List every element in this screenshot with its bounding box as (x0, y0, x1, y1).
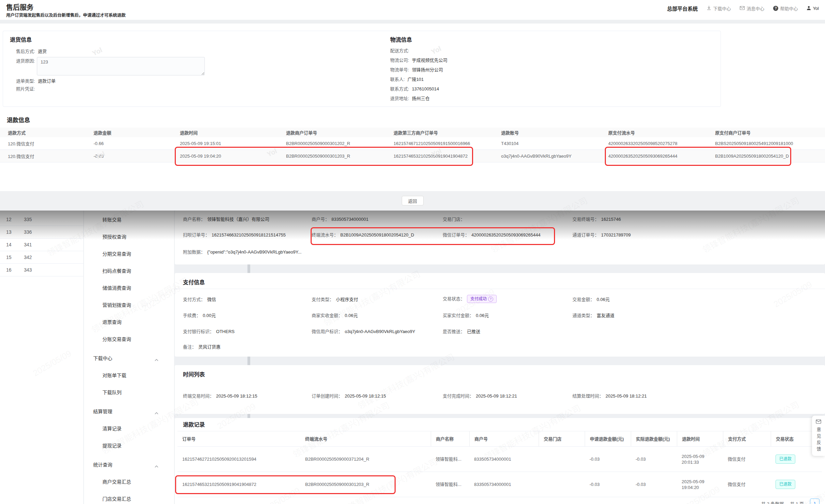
page-number-button[interactable]: 1 (810, 499, 820, 504)
sidebar-item-refund-ticket[interactable]: 退票查询 (84, 313, 174, 330)
sidebar-item-preauth[interactable]: 预授权查询 (84, 228, 174, 245)
list-item[interactable]: 13336 (0, 226, 83, 239)
header-divider-strip (0, 20, 825, 24)
return-reason-textarea[interactable]: 123 (37, 57, 205, 75)
list-item[interactable]: 14341 (0, 239, 83, 251)
table-row: 120.微信支付 -0.66 2025-05-09 19:15:01 B2BR0… (0, 137, 825, 150)
order-create-time-field: 订单创建时间：2025-05-09 18:12:15 (312, 393, 386, 399)
scan-order-no-field: 扫呗订单号：162157466321025050918121514755 (183, 232, 286, 238)
bank-id-field: 支付银行标识：OTHERS (183, 329, 234, 334)
logistics-no-field: 物流单号:领锋扬州分公司 (390, 67, 443, 73)
status-badge: 已退款 (776, 480, 795, 489)
return-address-field: 退货地址:扬州三仓 (390, 96, 430, 101)
trade-amount-field: 交易金额：0.06元 (572, 297, 610, 302)
return-reason-label: 退货原因: (16, 58, 38, 64)
settle-time-field: 结算处理时间：2025-05-09 18:12:21 (572, 393, 647, 399)
top-nav: 总部平台系统 下载中心 消息中心 ? 帮助中心 (667, 5, 819, 12)
refund-records-card: 退款记录 订单号 终端流水号 商户名称 商户号 交易门店 申请退款金额(元) 实… (175, 418, 825, 504)
list-item[interactable]: 16343 (0, 264, 83, 276)
merchant-info-card: 商户名称：领锋智能科技（嘉兴）有限公司 商户号：833505734000001 … (175, 211, 825, 264)
pagination-pages: 共 1 页 (790, 500, 804, 504)
sidebar-item-installment[interactable]: 分期交易查询 (84, 245, 174, 262)
nav-message-center[interactable]: 消息中心 (740, 5, 764, 12)
sidebar-item-withdrawal-records[interactable]: 提现记录 (84, 437, 174, 454)
pay-complete-time-field: 支付完成时间：2025-05-09 18:12:21 (443, 393, 517, 399)
fee-field: 手续费：0.00元 (183, 313, 216, 318)
sidebar-item-statement-download[interactable]: 对账单下载 (84, 366, 174, 384)
page-title: 售后服务 (6, 2, 33, 12)
photo-proof-field: 照片凭证: (16, 86, 38, 92)
user-icon (807, 6, 811, 11)
system-name: 总部平台系统 (667, 5, 698, 12)
sidebar-group-download-center[interactable]: 下载中心 (84, 349, 174, 366)
trade-store-field: 交易门店： (443, 217, 467, 222)
logistics-title: 物流信息 (390, 35, 412, 43)
remark-field: 备注：灵风订货惠 (183, 344, 221, 350)
return-logistics-card: 退货信息 售后方式:退货 退货原因: 123 退单类型:退款订单 照片凭证: 物… (3, 31, 721, 107)
sidebar-item-marketing[interactable]: 营销划拨查询 (84, 296, 174, 313)
merchant-name-field: 商户名称：领锋智能科技（嘉兴）有限公司 (183, 217, 269, 222)
terminal-flow-no-field: 终端流水号：B2B1009A2025050918002054120_D (312, 232, 414, 238)
status-badge: 已退款 (776, 455, 795, 464)
table-row: 162157462721025050920013201594 B2BR00002… (177, 447, 822, 472)
merchant-no-field: 商户号：833505734000001 (312, 217, 368, 222)
push-status-field: 是否推送：已推送 (443, 329, 480, 334)
channel-order-no-field: 通道订单号：170321789709 (572, 232, 631, 238)
sidebar-item-store-summary[interactable]: 门店交易汇总 (84, 490, 174, 504)
pay-method-field: 支付方式：微信 (183, 297, 216, 302)
sidebar-item-stored-value[interactable]: 储值消费查询 (84, 279, 174, 296)
sidebar-item-split-trade[interactable]: 分账交易查询 (84, 330, 174, 347)
return-info-title: 退货信息 (10, 35, 32, 43)
screen: 售后服务 用户订货端发起售后以及后台新增售后，申请通过才可系统退款 总部平台系统… (0, 0, 825, 504)
status-badge: 支付成功? (467, 295, 497, 303)
nav-download-center[interactable]: 下载中心 (707, 5, 731, 12)
pay-type-field: 支付类型：小程序支付 (312, 297, 358, 302)
addon-data-field: 附加数据：{"openid":"o3q7j4n0-AAGvB90VkRLgbYa… (183, 249, 301, 255)
sidebar-item-transfer[interactable]: 转账交易 (84, 211, 174, 228)
table-header-row: 退款方式 退款金额 退款时间 退款商户订单号 退款第三方商户订单号 退款账号 原… (0, 128, 825, 137)
help-icon: ? (773, 6, 778, 11)
nav-help-center[interactable]: ? 帮助中心 (773, 5, 798, 12)
list-item[interactable]: 15342 (0, 251, 83, 264)
nav-user[interactable]: Yol (807, 6, 819, 11)
phone-field: 联系方式:13761005014 (390, 86, 439, 92)
transaction-detail-page: 12335 13336 14341 15342 16343 转账交易 预授权查询… (0, 211, 825, 504)
sidebar-group-statistics[interactable]: 统计查询 (84, 456, 174, 473)
terminal-no-field: 交易终端号：16215746 (572, 217, 621, 222)
sidebar-menu: 转账交易 预授权查询 分期交易查询 扫码点餐查询 储值消费查询 营销划拨查询 退… (84, 211, 174, 504)
payment-info-card: 支付信息 支付方式：微信 支付类型：小程序支付 交易状态：支付成功? 交易金额：… (175, 273, 825, 357)
channel-type-field: 通道类型：富友通道 (572, 313, 614, 318)
sidebar-item-merchant-summary[interactable]: 商户交易汇总 (84, 473, 174, 490)
refund-records-table: 订单号 终端流水号 商户名称 商户号 交易门店 申请退款金额(元) 实际退款金额… (177, 431, 822, 497)
trade-status-field: 交易状态：支付成功? (443, 295, 497, 303)
left-number-panel: 12335 13336 14341 15342 16343 (0, 211, 83, 504)
table-row: 120.微信支付 -0.03 2025-05-09 19:04:20 B2BR0… (0, 150, 825, 162)
chevron-up-icon (155, 463, 158, 469)
refund-info-title: 退款信息 (7, 115, 30, 124)
chevron-up-icon (155, 357, 158, 362)
after-sales-method-field: 售后方式:退货 (16, 49, 47, 54)
sidebar-item-clearing-records[interactable]: 清算记录 (84, 420, 174, 437)
pagination-total: 共 2 条数据 (761, 500, 784, 504)
question-circle-icon: ? (488, 297, 493, 302)
feedback-label: 意见反馈 (815, 427, 822, 453)
back-button[interactable]: 返回 (402, 196, 424, 205)
list-item[interactable]: 12335 (0, 213, 83, 226)
buyer-paid-field: 买家实付金额：0.06元 (443, 313, 489, 318)
page-header: 售后服务 用户订货端发起售后以及后台新增售后，申请通过才可系统退款 总部平台系统… (0, 0, 825, 20)
sidebar-item-scan-order[interactable]: 扫码点餐查询 (84, 262, 174, 279)
wechat-order-no-field: 微信订单号：4200002635202505093069265444 (443, 232, 540, 238)
chevron-up-icon (155, 410, 158, 416)
pagination: 共 2 条数据 共 1 页 1 (761, 499, 820, 504)
sidebar-item-download-queue[interactable]: 下载队列 (84, 384, 174, 401)
message-icon (740, 6, 745, 11)
merchant-received-field: 商家实收金额：0.06元 (312, 313, 358, 318)
time-list-title: 时间列表 (183, 370, 205, 378)
refund-info-table: 退款方式 退款金额 退款时间 退款商户订单号 退款第三方商户订单号 退款账号 原… (0, 128, 825, 162)
payment-info-title: 支付信息 (183, 278, 205, 286)
sidebar-group-settlement[interactable]: 结算管理 (84, 403, 174, 420)
time-list-card: 时间列表 终端交易时间：2025-05-09 18:12:15 订单创建时间：2… (175, 365, 825, 414)
delivery-method-field: 配送方式: (390, 48, 412, 54)
feedback-tab[interactable]: 意见反馈 (812, 416, 825, 456)
page-subtitle: 用户订货端发起售后以及后台新增售后，申请通过才可系统退款 (6, 12, 126, 18)
